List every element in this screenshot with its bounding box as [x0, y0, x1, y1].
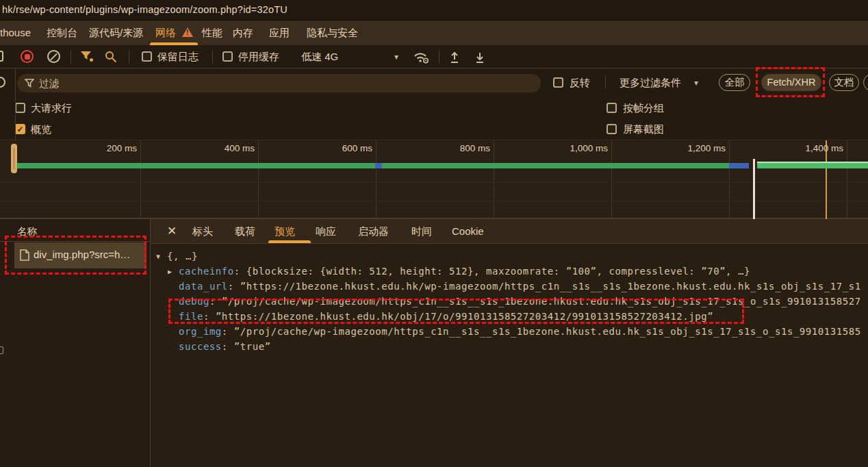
request-type-pill-clipped[interactable] [863, 74, 868, 91]
gridline [611, 140, 612, 219]
toolbar-divider [129, 50, 129, 64]
tab-network[interactable]: 网络 [155, 27, 176, 40]
record-button[interactable] [21, 50, 34, 63]
ruler-tick: 600 ms [307, 143, 372, 153]
export-har-icon[interactable] [474, 51, 486, 64]
tab-sources[interactable]: 源代码/来源 [89, 27, 143, 40]
network-toolbar: 保留日志 停用缓存 低速 4G ▾ [0, 45, 868, 68]
gridline [494, 140, 494, 219]
detail-tab-response[interactable]: 响应 [316, 225, 336, 238]
toolbar-divider [212, 50, 213, 64]
filter-toggle-icon[interactable] [80, 51, 94, 62]
json-value: : ”true” [222, 341, 271, 352]
clipped-icon-fragment [0, 346, 3, 354]
request-name: div_img.php?src=h… [34, 249, 130, 260]
json-row-org-img: org_img: ”/proj/cache/wp-imagezoom/https… [156, 326, 867, 340]
request-list-name-header[interactable]: 名称 [17, 225, 37, 238]
json-row-debug: debug: ”/proj/cache/wp-imagezoom/https_c… [156, 296, 867, 310]
overview-label: 概览 [31, 123, 51, 136]
json-value: : ”https://1bezone.hkust.edu.hk/wp-image… [228, 281, 861, 292]
detail-tab-headers[interactable]: 标头 [192, 225, 213, 238]
waterfall-bar-green-bright [757, 162, 868, 168]
gridline [376, 140, 376, 219]
close-details-icon[interactable]: ✕ [167, 224, 177, 238]
ruler-tick: 200 ms [72, 143, 137, 153]
devtools-tab-bar: thouse 控制台 源代码/来源 网络 ! 性能 内存 应用 隐私与安全 [0, 21, 868, 45]
request-type-pill-fetch-xhr[interactable]: Fetch/XHR [761, 74, 821, 91]
ruler-tick: 1,000 ms [543, 143, 608, 153]
throttling-select[interactable]: 低速 4G [301, 51, 338, 64]
expander-closed-icon[interactable]: ▶ [168, 268, 179, 275]
browser-address-bar[interactable]: hk/rse/wp-content/plugins/wp-imagezoom/z… [0, 0, 868, 21]
request-type-pill-doc[interactable]: 文档 [829, 74, 859, 91]
json-key: org_img [179, 326, 222, 337]
waterfall-bar-blue [375, 163, 382, 168]
clipped-icon-fragment [0, 51, 3, 62]
network-filter-row: 反转 更多过滤条件 ▾ 全部 Fetch/XHR 文档 [0, 68, 868, 97]
filter-divider [605, 75, 606, 89]
ruler-tick: 400 ms [190, 143, 255, 153]
request-type-pill-all[interactable]: 全部 [719, 74, 750, 91]
more-filters-button[interactable]: 更多过滤条件 [620, 77, 681, 90]
tab-privacy[interactable]: 隐私与安全 [307, 27, 358, 40]
document-icon [20, 249, 29, 261]
detail-tab-cookies[interactable]: Cookie [452, 225, 484, 237]
gridline [0, 182, 868, 183]
domcontentloaded-event-line [753, 159, 755, 219]
toolbar-divider [71, 50, 71, 64]
ruler-tick: 1,200 ms [661, 143, 726, 153]
header-divider [0, 241, 151, 242]
network-overview-timeline[interactable]: 200 ms 400 ms 600 ms 800 ms 1,000 ms 1,2… [0, 140, 868, 219]
tab-memory[interactable]: 内存 [233, 27, 253, 40]
big-request-rows-checkbox[interactable] [15, 103, 25, 113]
screenshots-checkbox[interactable] [607, 124, 617, 134]
json-value: : ”https://1bezone.hkust.edu.hk/obj/17/o… [203, 311, 713, 322]
json-value: : {blocksize: {width: 512, height: 512},… [234, 266, 750, 277]
tab-application[interactable]: 应用 [269, 27, 290, 40]
more-filters-caret-icon: ▾ [694, 78, 698, 88]
preserve-log-checkbox[interactable] [142, 51, 152, 62]
filter-funnel-icon [25, 79, 34, 88]
tab-performance[interactable]: 性能 [202, 27, 222, 40]
disable-cache-checkbox[interactable] [222, 51, 233, 62]
tab-lighthouse-clipped[interactable]: thouse [0, 27, 31, 38]
throttling-caret-icon: ▾ [394, 52, 398, 62]
import-har-icon[interactable] [448, 51, 461, 64]
gridline [140, 140, 141, 219]
overview-checkbox[interactable]: ✓ [15, 124, 25, 134]
tab-console[interactable]: 控制台 [47, 27, 77, 40]
invert-filter-checkbox[interactable] [553, 77, 563, 88]
group-by-frame-checkbox[interactable] [607, 103, 617, 113]
json-value: : ”/proj/cache/wp-imagezoom/https_c1n__s… [209, 296, 861, 307]
json-row-data-url: data_url: ”https://1bezone.hkust.edu.hk/… [156, 281, 867, 294]
overview-window-handle[interactable] [11, 144, 17, 173]
json-row-cacheinfo: ▶cacheinfo: {blocksize: {width: 512, hei… [156, 266, 867, 279]
detail-tab-payload[interactable]: 载荷 [235, 225, 255, 238]
detail-tab-timing[interactable]: 时间 [411, 225, 432, 238]
request-row-selected[interactable]: div_img.php?src=h… [14, 242, 146, 268]
json-root-row: ▼{, …} [156, 251, 867, 264]
detail-tab-preview[interactable]: 预览 [275, 225, 295, 238]
waterfall-bar-green [382, 163, 729, 168]
gridline [258, 140, 259, 219]
json-value: {, …} [167, 251, 198, 262]
network-conditions-icon[interactable] [413, 51, 431, 64]
network-view-options: 大请求行 ✓ 概览 按帧分组 屏幕截图 [0, 97, 868, 140]
group-by-frame-label: 按帧分组 [623, 102, 664, 115]
filter-input[interactable] [17, 74, 541, 92]
clipped-icon-fragment [0, 77, 5, 88]
search-icon[interactable] [105, 51, 117, 63]
preserve-log-label: 保留日志 [157, 51, 199, 64]
request-list-panel: 名称 div_img.php?src=h… [0, 219, 151, 467]
ruler-tick: 1,400 ms [778, 143, 843, 153]
json-key: file [179, 311, 203, 322]
clear-log-button[interactable] [47, 50, 60, 63]
big-request-rows-label: 大请求行 [31, 102, 72, 115]
gridline [847, 140, 847, 219]
expander-open-icon[interactable]: ▼ [156, 253, 167, 260]
detail-tab-initiator[interactable]: 启动器 [358, 225, 389, 238]
active-detail-tab-indicator [268, 240, 311, 243]
gridline [0, 201, 868, 201]
warning-exclamation: ! [186, 29, 188, 36]
gridline [729, 140, 730, 219]
